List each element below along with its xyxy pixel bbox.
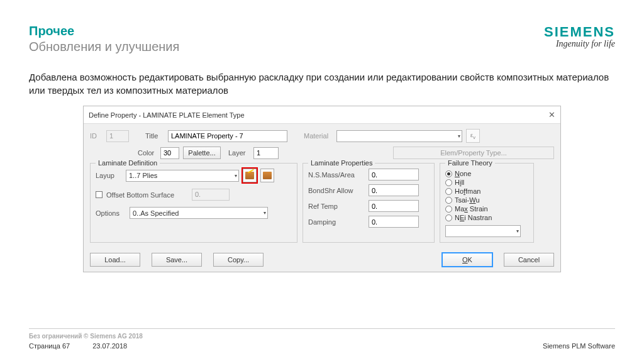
failure-hoffman-radio[interactable]: Hoffman bbox=[445, 187, 528, 195]
chevron-down-icon: ▾ bbox=[264, 210, 266, 216]
chevron-down-icon: ▾ bbox=[516, 228, 519, 234]
dialog-title: Define Property - LAMINATE PLATE Element… bbox=[89, 111, 245, 119]
layer-field[interactable] bbox=[253, 147, 279, 159]
color-field[interactable] bbox=[160, 147, 179, 159]
material-picker-button[interactable]: εv bbox=[466, 129, 480, 143]
offset-field: 0. bbox=[192, 189, 230, 201]
slide-title: Прочее bbox=[29, 24, 179, 38]
color-label: Color bbox=[138, 149, 157, 157]
logo-tagline: Ingenuity for life bbox=[544, 39, 615, 49]
mass-field[interactable] bbox=[369, 169, 419, 181]
title-label: Title bbox=[145, 132, 164, 140]
laminate-definition-legend: Laminate Definition bbox=[96, 159, 160, 167]
damping-field[interactable] bbox=[369, 216, 419, 228]
footer-brand: Siemens PLM Software bbox=[543, 342, 615, 350]
layup-combo[interactable]: 1..7 Plies ▾ bbox=[126, 170, 239, 182]
options-combo[interactable]: 0..As Specified ▾ bbox=[130, 207, 268, 219]
failure-maxstrain-radio[interactable]: Max Strain bbox=[445, 205, 528, 213]
layer-label: Layer bbox=[228, 149, 250, 157]
ok-button[interactable]: OK bbox=[442, 253, 492, 267]
body-paragraph: Добавлена возможность редактировать выбр… bbox=[29, 70, 615, 97]
material-label: Material bbox=[304, 132, 333, 140]
footer-restricted: Без ограничений © Siemens AG 2018 bbox=[29, 333, 615, 340]
save-button[interactable]: Save... bbox=[152, 253, 202, 267]
logo: SIEMENS Ingenuity for life bbox=[544, 24, 615, 49]
edit-layup-button[interactable] bbox=[243, 169, 257, 182]
palette-button[interactable]: Palette... bbox=[183, 147, 221, 159]
id-label: ID bbox=[90, 132, 103, 140]
offset-checkbox[interactable] bbox=[96, 191, 103, 198]
view-layup-button[interactable] bbox=[260, 169, 274, 182]
book-pencil-icon bbox=[245, 172, 254, 179]
material-combo: ▾ bbox=[336, 130, 462, 142]
reftemp-field[interactable] bbox=[369, 200, 419, 212]
failure-nei-radio[interactable]: NEi Nastran bbox=[445, 214, 528, 221]
logo-text: SIEMENS bbox=[544, 24, 615, 40]
bond-label: BondShr Allow bbox=[308, 187, 365, 194]
failure-theory-legend: Failure Theory bbox=[445, 159, 495, 167]
load-button[interactable]: Load... bbox=[90, 253, 140, 267]
bond-field[interactable] bbox=[369, 184, 419, 196]
mass-label: N.S.Mass/Area bbox=[308, 171, 365, 179]
footer-page: Страница 67 bbox=[29, 342, 70, 350]
copy-button[interactable]: Copy... bbox=[213, 253, 264, 267]
elem-property-type-button: Elem/Property Type... bbox=[393, 147, 554, 159]
options-label: Options bbox=[96, 209, 126, 217]
slide-subtitle: Обновления и улучшения bbox=[29, 40, 179, 54]
define-property-dialog: Define Property - LAMINATE PLATE Element… bbox=[83, 106, 561, 272]
offset-label: Offset Bottom Surface bbox=[106, 191, 188, 199]
reftemp-label: Ref Temp bbox=[308, 203, 365, 210]
footer-date: 23.07.2018 bbox=[92, 342, 127, 350]
laminate-properties-legend: Laminate Properties bbox=[308, 159, 375, 167]
layup-label: Layup bbox=[96, 172, 122, 179]
failure-combo: ▾ bbox=[445, 225, 521, 237]
cancel-button[interactable]: Cancel bbox=[504, 253, 554, 267]
close-icon[interactable]: ✕ bbox=[548, 110, 555, 119]
failure-none-radio[interactable]: None bbox=[445, 170, 528, 177]
book-icon bbox=[263, 172, 272, 179]
chevron-down-icon: ▾ bbox=[458, 133, 460, 139]
options-value: 0..As Specified bbox=[133, 209, 179, 217]
title-field[interactable] bbox=[168, 130, 287, 142]
damping-label: Damping bbox=[308, 218, 365, 226]
id-field: 1 bbox=[106, 130, 129, 142]
failure-hill-radio[interactable]: Hill bbox=[445, 179, 528, 186]
chevron-down-icon: ▾ bbox=[235, 173, 237, 179]
failure-tsaiwu-radio[interactable]: Tsai-Wu bbox=[445, 196, 528, 204]
layup-value: 1..7 Plies bbox=[129, 172, 157, 179]
